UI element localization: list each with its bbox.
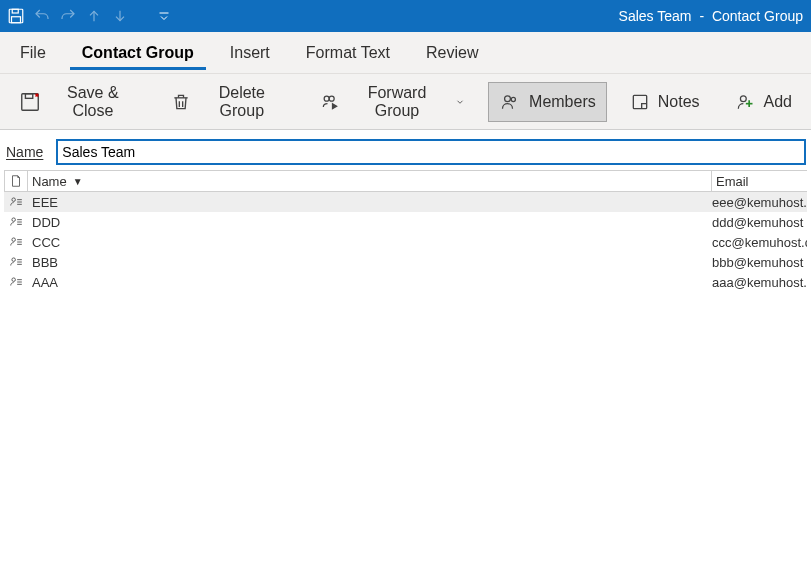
cell-name: BBB [28, 255, 712, 270]
notes-icon [630, 92, 650, 112]
down-arrow-icon[interactable] [110, 6, 130, 26]
table-row[interactable]: DDDddd@kemuhost [4, 212, 807, 232]
member-icon [4, 215, 28, 229]
title-doc-name: Sales Team [619, 8, 692, 24]
tab-insert[interactable]: Insert [218, 36, 282, 70]
cell-email: eee@kemuhost. [712, 195, 807, 210]
column-header-email-label: Email [716, 174, 749, 189]
svg-point-16 [12, 198, 15, 202]
forward-group-label: Forward Group [349, 84, 445, 120]
cell-name: CCC [28, 235, 712, 250]
grid-header: Name ▼ Email [4, 170, 807, 192]
name-label: Name [6, 144, 43, 160]
tab-contact-group[interactable]: Contact Group [70, 36, 206, 70]
svg-point-10 [505, 95, 511, 101]
column-header-name-label: Name [32, 174, 67, 189]
ribbon-tabs: File Contact Group Insert Format Text Re… [0, 32, 811, 74]
quick-access-toolbar [6, 6, 170, 26]
cell-email: aaa@kemuhost.c [712, 275, 807, 290]
members-icon [499, 92, 521, 112]
svg-point-9 [329, 96, 334, 101]
chevron-down-icon [455, 97, 465, 107]
add-member-icon [734, 92, 756, 112]
member-icon [4, 235, 28, 249]
table-row[interactable]: BBBbbb@kemuhost [4, 252, 807, 272]
column-header-icon[interactable] [4, 171, 28, 191]
save-and-close-button[interactable]: Save & Close [8, 82, 148, 122]
redo-icon[interactable] [58, 6, 78, 26]
members-button[interactable]: Members [488, 82, 607, 122]
table-row[interactable]: EEEeee@kemuhost. [4, 192, 807, 212]
tab-file[interactable]: File [8, 36, 58, 70]
table-row[interactable]: CCCccc@kemuhost.c [4, 232, 807, 252]
delete-group-button[interactable]: Delete Group [160, 82, 296, 122]
column-header-email[interactable]: Email [712, 171, 807, 191]
name-field-row: Name [0, 130, 811, 170]
svg-rect-5 [25, 93, 32, 98]
up-arrow-icon[interactable] [84, 6, 104, 26]
members-grid: Name ▼ Email EEEeee@kemuhost.DDDddd@kemu… [0, 170, 811, 292]
grid-rows: EEEeee@kemuhost.DDDddd@kemuhostCCCccc@ke… [4, 192, 807, 292]
column-header-name[interactable]: Name ▼ [28, 171, 712, 191]
cell-email: ccc@kemuhost.c [712, 235, 807, 250]
undo-icon[interactable] [32, 6, 52, 26]
svg-point-11 [511, 97, 515, 101]
svg-point-24 [12, 238, 15, 242]
member-icon [4, 275, 28, 289]
svg-point-28 [12, 258, 15, 262]
title-bar: Sales Team - Contact Group [0, 0, 811, 32]
save-and-close-label: Save & Close [49, 84, 137, 120]
notes-label: Notes [658, 93, 700, 111]
tab-format-text[interactable]: Format Text [294, 36, 402, 70]
members-label: Members [529, 93, 596, 111]
delete-group-label: Delete Group [199, 84, 285, 120]
cell-email: ddd@kemuhost [712, 215, 807, 230]
add-button[interactable]: Add [723, 82, 803, 122]
group-name-input[interactable] [57, 140, 805, 164]
cell-name: AAA [28, 275, 712, 290]
save-icon[interactable] [6, 6, 26, 26]
title-separator: - [699, 8, 704, 24]
window-title: Sales Team - Contact Group [170, 8, 805, 24]
ribbon-commands: Save & Close Delete Group Forward Group … [0, 74, 811, 130]
member-icon [4, 255, 28, 269]
qat-customize-icon[interactable] [158, 10, 170, 22]
title-context: Contact Group [712, 8, 803, 24]
cell-name: DDD [28, 215, 712, 230]
add-label: Add [764, 93, 792, 111]
svg-rect-12 [633, 95, 646, 108]
sort-descending-icon: ▼ [73, 176, 83, 187]
table-row[interactable]: AAAaaa@kemuhost.c [4, 272, 807, 292]
cell-email: bbb@kemuhost [712, 255, 807, 270]
svg-rect-2 [12, 17, 21, 23]
svg-rect-1 [12, 9, 18, 13]
forward-group-icon [319, 92, 341, 112]
notes-button[interactable]: Notes [619, 82, 711, 122]
forward-group-button[interactable]: Forward Group [308, 82, 476, 122]
trash-icon [171, 92, 191, 112]
svg-point-8 [324, 96, 329, 101]
cell-name: EEE [28, 195, 712, 210]
member-icon [4, 195, 28, 209]
svg-point-32 [12, 278, 15, 282]
svg-point-13 [740, 95, 746, 101]
svg-point-20 [12, 218, 15, 222]
save-close-icon [19, 91, 41, 113]
tab-review[interactable]: Review [414, 36, 490, 70]
